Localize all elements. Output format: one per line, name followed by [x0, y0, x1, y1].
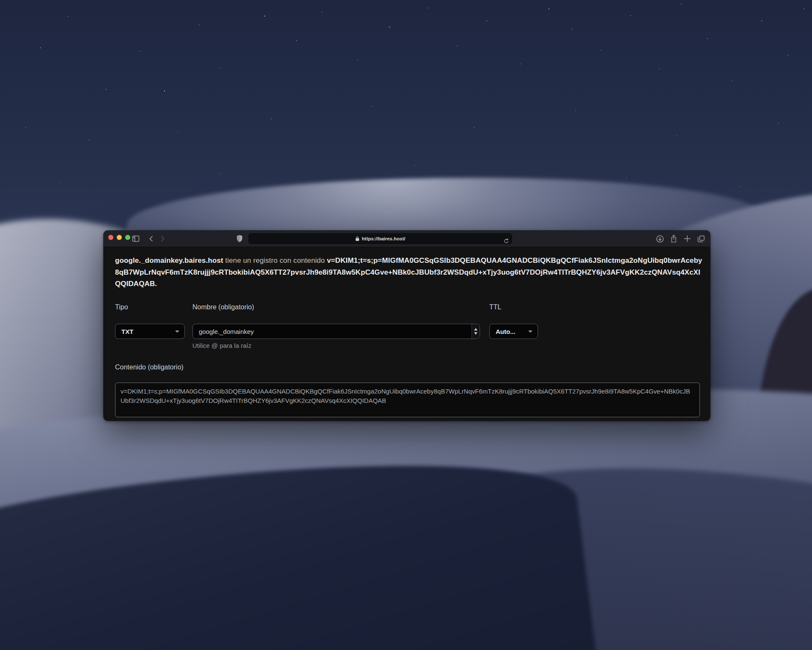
- type-select[interactable]: TXT: [115, 324, 185, 339]
- reload-button[interactable]: [504, 238, 509, 244]
- back-button[interactable]: [148, 235, 154, 242]
- reload-icon: [504, 238, 509, 244]
- shield-icon: [236, 234, 243, 242]
- browser-titlebar[interactable]: https://baires.host/: [104, 231, 710, 247]
- privacy-shield-button[interactable]: [236, 234, 243, 242]
- name-stepper[interactable]: [472, 324, 480, 339]
- toolbar-actions: [656, 234, 705, 243]
- traffic-lights: [108, 235, 130, 240]
- ttl-select[interactable]: Auto...: [489, 324, 538, 339]
- minimize-button[interactable]: [117, 235, 122, 240]
- sidebar-toggle-button[interactable]: [132, 234, 140, 243]
- summary-connector: tiene un registro con contenido: [223, 256, 327, 264]
- chevron-left-icon: [148, 235, 154, 242]
- lock-icon: [355, 236, 359, 241]
- name-label: Nombre (obligatorio): [192, 303, 254, 311]
- ttl-select-value: Auto...: [496, 328, 516, 335]
- forward-button[interactable]: [160, 235, 165, 242]
- chevron-down-icon: [175, 331, 179, 333]
- sidebar-icon: [132, 234, 140, 243]
- name-help-text: Utilice @ para la raíz: [192, 342, 251, 349]
- type-label: Tipo: [115, 303, 128, 311]
- tab-overview-button[interactable]: [697, 235, 705, 243]
- plus-icon: [683, 235, 691, 242]
- share-icon: [670, 234, 678, 243]
- ttl-label: TTL: [489, 303, 501, 311]
- address-bar[interactable]: https://baires.host/: [248, 233, 512, 244]
- tabs-icon: [697, 235, 705, 243]
- name-input[interactable]: [193, 324, 480, 339]
- record-summary: google._domainkey.baires.host tiene un r…: [115, 255, 703, 290]
- content-label: Contenido (obligatorio): [115, 364, 184, 371]
- content-textarea[interactable]: v=DKIM1;t=s;p=MIGfMA0GCSqGSIb3DQEBAQUAA4…: [115, 383, 700, 417]
- stepper-down-icon[interactable]: [474, 332, 477, 335]
- download-icon: [656, 235, 664, 243]
- close-button[interactable]: [108, 235, 113, 240]
- downloads-button[interactable]: [656, 235, 664, 243]
- url-text: https://baires.host/: [362, 236, 406, 241]
- share-button[interactable]: [670, 234, 678, 243]
- new-tab-button[interactable]: [683, 235, 691, 242]
- name-field: [192, 324, 480, 339]
- browser-window: https://baires.host/: [104, 231, 710, 421]
- summary-domain: google._domainkey.baires.host: [115, 256, 223, 264]
- stars: [0, 0, 1, 1]
- zoom-button[interactable]: [125, 235, 130, 240]
- stepper-up-icon[interactable]: [474, 328, 477, 331]
- type-select-value: TXT: [121, 328, 133, 335]
- chevron-down-icon: [528, 331, 532, 333]
- chevron-right-icon: [160, 235, 165, 242]
